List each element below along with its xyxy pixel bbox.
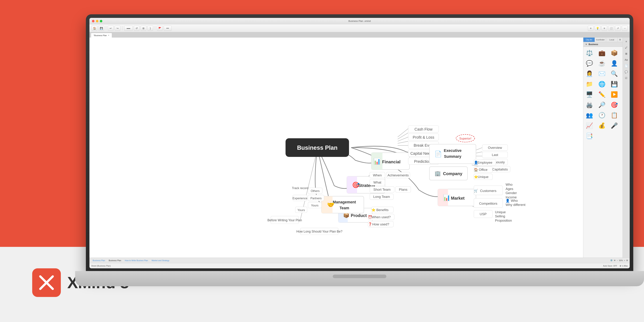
icon-cell-6[interactable]: 👩‍💼: [584, 69, 594, 79]
sidebar-btn-5[interactable]: 📄: [624, 63, 629, 68]
icon-group: 👥: [586, 112, 593, 118]
main-content: Business Plan Financial 📊 Cash Flow Prof…: [90, 38, 630, 258]
panel-menu-button[interactable]: ≡: [618, 38, 622, 42]
icon-cell-13[interactable]: ✏️: [597, 90, 607, 100]
icon-cell-23[interactable]: 🎤: [609, 120, 619, 130]
svg-text:How used?: How used?: [372, 222, 389, 226]
tab-clip-art[interactable]: Clip Art: [583, 38, 595, 42]
flag-button[interactable]: 🚩: [157, 26, 162, 31]
style-button[interactable]: ▬▬: [124, 26, 133, 31]
share-button[interactable]: ↗: [615, 26, 621, 31]
icon-cell-7[interactable]: ✉️: [597, 69, 607, 79]
zoom-minus[interactable]: −: [617, 260, 618, 262]
icon-cell-0[interactable]: ⚖️: [584, 48, 594, 58]
sidebar-btn-6[interactable]: 💬: [624, 70, 629, 74]
svg-text:Partners: Partners: [310, 196, 322, 200]
icon-cell-10[interactable]: 🌐: [597, 79, 607, 89]
toolbar-right: ≡ 💡 ≡ ⬜ ↗ →: [588, 26, 628, 31]
right-panel: Clip Art Iconfinder Local ≡ ▼ Business: [583, 38, 622, 258]
icon-cell-1[interactable]: 💼: [597, 48, 607, 58]
icon-cell-19[interactable]: 🕐: [597, 110, 607, 120]
list-button[interactable]: ≡: [602, 26, 607, 31]
svg-text:Overview: Overview: [488, 146, 502, 150]
close-button[interactable]: [92, 20, 94, 22]
save-button[interactable]: 💾: [98, 26, 104, 31]
window-controls: [92, 20, 102, 22]
icon-cell-17[interactable]: 🎯: [609, 100, 619, 110]
icon-cell-5[interactable]: 👤: [609, 58, 619, 68]
zoom-level: 90%: [619, 260, 623, 262]
icon-cell-20[interactable]: 📋: [609, 110, 619, 120]
home-button[interactable]: 🏠: [92, 26, 97, 31]
icon-briefcase: 💼: [598, 50, 606, 56]
icon-coin: 💰: [598, 122, 606, 129]
more-button[interactable]: •••: [164, 26, 172, 31]
nav-button[interactable]: →: [622, 26, 628, 31]
icon-cell-9[interactable]: 📁: [584, 79, 594, 89]
svg-text:🤝: 🤝: [327, 201, 334, 208]
profitloss-label: Profit & Loss: [413, 135, 434, 140]
svg-text:Track record: Track record: [292, 186, 308, 190]
icon-cell-4[interactable]: ☕: [597, 58, 607, 68]
svg-text:Proposition: Proposition: [495, 218, 512, 222]
svg-text:Employee: Employee: [477, 161, 492, 164]
icon-cell-18[interactable]: 👥: [584, 110, 594, 120]
sidebar-btn-7[interactable]: ☑: [624, 76, 629, 80]
zoom-plus[interactable]: +: [624, 260, 625, 262]
icon-cell-16[interactable]: 🔎: [597, 100, 607, 110]
section-title: ▼ Business: [583, 42, 622, 47]
icon-cell-24[interactable]: 📑: [584, 131, 594, 141]
grid-button[interactable]: ⊞: [140, 26, 146, 31]
bottom-tab-business-plan-1[interactable]: Business Plan: [91, 259, 106, 262]
idea-button[interactable]: 💡: [595, 26, 600, 31]
right-sidebar: ≡ 🖊 ⊠ Aa 📄 💬 ☑: [622, 38, 630, 258]
zoom-fit[interactable]: ⊞: [626, 259, 628, 262]
sidebar-btn-4[interactable]: Aa: [624, 57, 629, 62]
svg-text:Product: Product: [351, 213, 367, 218]
bottom-tab-how-to-write[interactable]: How to Write Busines Plan: [123, 259, 149, 262]
panel-button[interactable]: ≡: [588, 26, 594, 31]
undo-button[interactable]: ↩: [108, 26, 114, 31]
tab-local[interactable]: Local: [606, 38, 618, 42]
tab-close-icon[interactable]: ✕: [108, 34, 109, 36]
icon-globe: 🌐: [598, 81, 606, 88]
svg-text:Last: Last: [492, 153, 498, 157]
icon-cell-8[interactable]: 🔍: [609, 69, 619, 79]
view-button[interactable]: ⬜: [608, 26, 614, 31]
icons-grid: ⚖️ 💼 📦 💬 ☕ 👤 👩‍💼 ✉️ 🔍 📁 🌐 💾 🖥️ ✏️: [583, 47, 622, 142]
bottom-tab-market[interactable]: Market and Strategy: [150, 259, 171, 262]
icon-cell-12[interactable]: 🖥️: [584, 90, 594, 100]
icon-cell-2[interactable]: 📦: [609, 48, 619, 58]
redo-button[interactable]: ↪: [115, 26, 120, 31]
bottom-tab-business-plan-2[interactable]: Business Plan: [107, 259, 123, 262]
tab-iconfinder[interactable]: Iconfinder: [595, 38, 606, 42]
svg-text:📄: 📄: [434, 150, 442, 158]
icon-play: ▶️: [611, 91, 618, 98]
section-arrow: ▼: [585, 43, 587, 46]
loop-button[interactable]: ↺: [134, 26, 140, 31]
icon-cell-11[interactable]: 💾: [609, 79, 619, 89]
icon-cell-22[interactable]: 💰: [597, 120, 607, 130]
icon-cell-3[interactable]: 💬: [584, 58, 594, 68]
sheet-label: Sheet (Business Plan): [91, 265, 111, 267]
laptop-container: Business Plan .xmind 🏠 💾 ↩ ↪ ▬▬ ↺ ⊞ } 🚩 …: [86, 14, 633, 286]
maximize-button[interactable]: [100, 20, 102, 22]
icon-businesswoman: 👩‍💼: [586, 70, 593, 77]
svg-text:Management: Management: [333, 200, 356, 204]
sidebar-btn-2[interactable]: 🖊: [624, 45, 629, 50]
minimize-button[interactable]: [96, 20, 98, 22]
icon-list: 📋: [611, 112, 618, 118]
sidebar-btn-1[interactable]: ≡: [624, 39, 629, 44]
icon-cell-14[interactable]: ▶️: [609, 90, 619, 100]
tab-business-plan[interactable]: *Business Plan ✕: [91, 33, 112, 38]
icon-monitor: 🖥️: [586, 91, 593, 98]
view-icon[interactable]: 👁: [614, 260, 616, 262]
canvas-area[interactable]: Business Plan Financial 📊 Cash Flow Prof…: [90, 38, 583, 258]
icon-cell-15[interactable]: 🖨️: [584, 100, 594, 110]
svg-text:How Long Should Your Plan Be?: How Long Should Your Plan Be?: [296, 230, 342, 233]
auto-save-status: Auto Save: OFF: [603, 265, 617, 267]
bracket-button[interactable]: }: [148, 26, 153, 31]
icon-cell-21[interactable]: 📈: [584, 120, 594, 130]
filter-icon[interactable]: ⚙️: [610, 259, 613, 262]
sidebar-btn-3[interactable]: ⊠: [624, 51, 629, 56]
